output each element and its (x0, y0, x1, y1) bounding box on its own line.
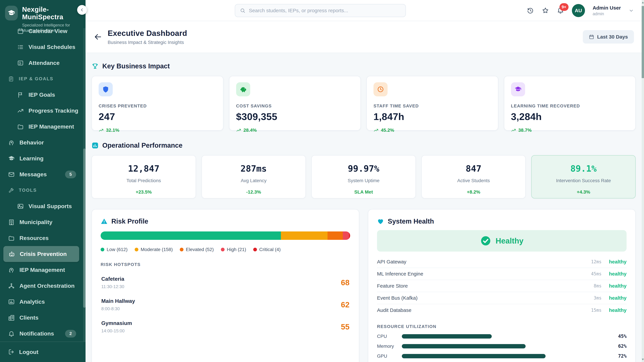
resource-label: GPU (377, 354, 402, 359)
kpi-card-staff-time-saved[interactable]: STAFF TIME SAVED 1,847h 45.2% (366, 76, 498, 131)
sidebar-item-learning[interactable]: Learning (0, 150, 83, 166)
stat-card-total-predictions[interactable]: 12,847 Total Predictions +23.5% (92, 155, 196, 198)
list-icon (17, 44, 24, 50)
logout-button[interactable]: Logout (0, 342, 86, 362)
warning-triangle-icon (100, 218, 108, 225)
sidebar-item-agent-orchestration[interactable]: Agent Orchestration (0, 278, 83, 294)
brand-name: Nexgile-MuniSpectra (22, 6, 80, 21)
star-icon[interactable] (542, 7, 549, 14)
resource-row-memory: Memory 62% (377, 344, 626, 349)
risk-bar-segment-elevated (328, 231, 343, 240)
wrench-icon (8, 187, 14, 193)
sidebar: Nexgile-MuniSpectra Specialized Intellig… (0, 0, 86, 362)
sidebar-item-label: Resources (20, 235, 49, 241)
user-role: admin (593, 11, 621, 16)
sidebar-item-iep-management-2[interactable]: IEP Management (0, 262, 83, 278)
sidebar-item-behavior[interactable]: Behavior (0, 135, 83, 150)
stat-label: Intervention Success Rate (532, 178, 635, 183)
resource-label: Memory (377, 344, 402, 349)
back-button[interactable] (93, 32, 103, 41)
hotspot-time: 11:30-12:30 (101, 284, 124, 289)
sidebar-item-label: Agent Orchestration (20, 283, 75, 289)
bell-badge: 9+ (560, 3, 568, 11)
legend-item-low: Low (612) (100, 247, 128, 252)
kpi-card-learning-time-recovered[interactable]: LEARNING TIME RECOVERED 3,284h 38.7% (504, 76, 636, 131)
stat-card-intervention-success-rate[interactable]: 89.1% Intervention Success Rate +4.3% (531, 155, 636, 198)
stat-card-avg-latency[interactable]: 287ms Avg Latency -12.3% (202, 155, 306, 198)
resource-row-gpu: GPU 72% (377, 353, 626, 359)
health-status-banner: Healthy (377, 230, 626, 252)
section-title-performance: Operational Performance (102, 142, 182, 149)
stat-value: 89.1% (532, 164, 635, 174)
service-name: API Gateway (377, 259, 406, 265)
hotspot-row-main-hallway[interactable]: Main Hallway8:00-8:30 62 (100, 298, 350, 311)
page-scrollbar-thumb[interactable] (642, 6, 644, 78)
scrollbar-up-arrow[interactable] (642, 2, 644, 3)
legend-item-moderate: Moderate (158) (135, 247, 173, 252)
sidebar-item-iep-goals[interactable]: IEP Goals (0, 87, 83, 103)
service-latency: 15ms (591, 308, 602, 313)
search-icon (240, 8, 246, 13)
page-scrollbar[interactable] (642, 0, 644, 362)
hotspot-score: 68 (341, 278, 350, 287)
sidebar-item-visual-supports[interactable]: Visual Supports (0, 198, 83, 214)
sidebar-scrollbar[interactable] (83, 28, 86, 342)
sidebar-item-crisis-prevention[interactable]: Crisis Prevention (3, 246, 79, 262)
resource-percent: 62% (612, 344, 626, 349)
stat-card-active-students[interactable]: 847 Active Students +8.2% (422, 155, 526, 198)
sidebar-item-progress-tracking[interactable]: Progress Tracking (0, 103, 83, 119)
sidebar-collapse-button[interactable] (77, 5, 87, 15)
resource-percent: 72% (612, 353, 626, 359)
heart-icon (377, 218, 384, 225)
hotspot-row-gymnasium[interactable]: Gymnasium14:00-15:00 55 (100, 320, 350, 334)
logout-label: Logout (19, 349, 38, 355)
sidebar-item-resources[interactable]: Resources (0, 230, 83, 246)
resource-percent: 45% (612, 334, 626, 339)
sidebar-item-visual-schedules[interactable]: Visual Schedules (0, 39, 83, 55)
stat-value: 12,847 (92, 164, 196, 174)
sidebar-item-messages[interactable]: Messages5 (0, 166, 83, 182)
sidebar-item-label: IEP Management (28, 123, 74, 130)
sidebar-item-clients[interactable]: Clients (0, 310, 83, 326)
page-title: Executive Dashboard (108, 29, 187, 38)
stat-change: SLA Met (312, 189, 416, 195)
page-subtitle: Business Impact & Strategic Insights (108, 40, 187, 45)
sidebar-item-iep-management[interactable]: IEP Management (0, 119, 83, 135)
avatar[interactable]: AU (572, 4, 585, 17)
stat-label: Total Predictions (92, 178, 196, 183)
brand-tagline: Specialized Intelligence for Municipal F… (22, 22, 72, 33)
grad-cap-icon (8, 155, 15, 162)
date-range-label: Last 30 Days (597, 34, 628, 40)
sidebar-item-label: Visual Supports (28, 203, 72, 210)
stat-value: 287ms (202, 164, 306, 174)
sidebar-item-notifications[interactable]: Notifications2 (0, 326, 83, 342)
stat-value: 99.97% (312, 164, 416, 174)
brand: Nexgile-MuniSpectra Specialized Intellig… (0, 0, 86, 28)
service-latency: 8ms (594, 283, 602, 289)
risk-legend: Low (612) Moderate (158) Elevated (52) H… (100, 247, 350, 252)
history-icon[interactable] (526, 7, 534, 14)
stat-change: +8.2% (422, 189, 526, 195)
sidebar-item-municipality[interactable]: Municipality (0, 214, 83, 230)
service-row-event-bus-kafka: Event Bus (Kafka) 3mshealthy (377, 292, 626, 304)
scrollbar-down-arrow[interactable] (642, 359, 644, 360)
notifications-bell-button[interactable]: 9+ (557, 6, 564, 14)
kpi-card-crises-prevented[interactable]: CRISES PREVENTED 247 32.1% (92, 76, 224, 131)
search-input[interactable] (249, 8, 401, 13)
chevron-down-icon[interactable] (628, 8, 634, 13)
network-icon (8, 283, 15, 289)
sidebar-item-attendance[interactable]: Attendance (0, 55, 83, 71)
kpi-card-cost-savings[interactable]: COST SAVINGS $309,355 28.4% (229, 76, 361, 131)
sidebar-section-label: IEP & GOALS (19, 76, 54, 81)
date-range-button[interactable]: Last 30 Days (583, 30, 634, 43)
bar-chart-icon (8, 299, 15, 305)
robot-icon (8, 251, 15, 257)
stat-card-system-uptime[interactable]: 99.97% System Uptime SLA Met (312, 155, 416, 198)
stat-label: Active Students (422, 178, 526, 183)
sidebar-scrollbar-thumb[interactable] (83, 148, 86, 308)
sidebar-item-analytics[interactable]: Analytics (0, 294, 83, 310)
kpi-label: STAFF TIME SAVED (374, 103, 491, 109)
service-status: healthy (609, 283, 626, 289)
hotspot-row-cafeteria[interactable]: Cafeteria11:30-12:30 68 (100, 276, 350, 289)
chevron-left-icon (80, 7, 84, 12)
